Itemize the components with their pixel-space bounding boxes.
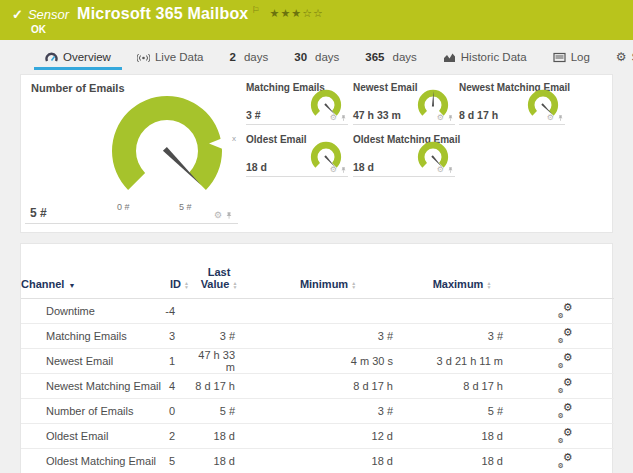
- channel-minimum: 18 d: [249, 449, 407, 473]
- tab-2-days[interactable]: 2 days: [217, 40, 282, 74]
- log-list-icon: [553, 52, 566, 63]
- priority-stars[interactable]: ★★★☆☆: [270, 7, 324, 20]
- table-header-row: Channel▼ ID▲▼ Last Value▲▼ Minimum▲▼ Max…: [21, 244, 614, 299]
- gauge-footer-icons: ⚙: [330, 114, 347, 122]
- pin-icon[interactable]: [225, 211, 233, 220]
- channel-settings-gear-icon[interactable]: ⚙⚙: [559, 379, 573, 392]
- status-check-icon: ✓: [12, 7, 23, 22]
- channel-name[interactable]: Matching Emails: [21, 324, 161, 349]
- gauge-card-oldest-email: Oldest Email 18 d ⚙: [246, 133, 348, 177]
- pin-icon[interactable]: [557, 114, 564, 122]
- column-header-label: Maximum: [433, 278, 484, 290]
- table-row[interactable]: Downtime -4 ⚙⚙: [21, 299, 614, 324]
- pin-icon[interactable]: [340, 114, 347, 122]
- table-row[interactable]: Oldest Matching Email 5 18 d 18 d 18 d ⚙…: [21, 449, 614, 473]
- broadcast-icon: [137, 52, 150, 63]
- tab-label-unit: days: [315, 51, 339, 63]
- sensor-title: Microsoft 365 Mailbox: [77, 5, 248, 23]
- gear-icon[interactable]: ⚙: [330, 114, 337, 122]
- channel-last-value: [189, 299, 249, 324]
- gauge-card-number-of-emails: Number of Emails x 0 # 5 # 5 # ⚙: [21, 75, 246, 232]
- channel-id: 3: [161, 324, 189, 349]
- channel-last-value: 3 #: [189, 324, 249, 349]
- channel-name[interactable]: Newest Email: [21, 349, 161, 374]
- active-tab-underline: [34, 67, 122, 70]
- overview-gauge-icon: [45, 52, 58, 63]
- channel-minimum: 4 m 30 s: [249, 349, 407, 374]
- channel-name[interactable]: Downtime: [21, 299, 161, 324]
- gauges-panel: Number of Emails x 0 # 5 # 5 # ⚙ Matchin…: [20, 74, 613, 233]
- gauge-footer-icons: ⚙: [437, 166, 454, 174]
- tab-live-data[interactable]: Live Data: [124, 40, 217, 74]
- channel-settings-gear-icon[interactable]: ⚙⚙: [559, 304, 573, 317]
- tab-log[interactable]: Log: [540, 40, 603, 74]
- gauge-scale-min: 0 #: [117, 202, 130, 212]
- object-kind-label: Sensor: [28, 7, 69, 22]
- column-header-actions: [517, 244, 614, 299]
- card-underline: [25, 223, 238, 224]
- tab-label: Log: [571, 51, 590, 63]
- column-header-label: Channel: [21, 278, 64, 290]
- gauge-current-value: 18 d: [246, 161, 267, 173]
- gear-icon[interactable]: ⚙: [437, 166, 444, 174]
- channel-minimum: 3 #: [249, 324, 407, 349]
- channel-id: -4: [161, 299, 189, 324]
- channel-settings-gear-icon[interactable]: ⚙⚙: [559, 329, 573, 342]
- channel-maximum: [407, 299, 517, 324]
- column-header-id[interactable]: ID▲▼: [161, 244, 189, 299]
- tab-label: Historic Data: [461, 51, 527, 63]
- tab-365-days[interactable]: 365 days: [352, 40, 429, 74]
- channel-name[interactable]: Number of Emails: [21, 399, 161, 424]
- gauge-footer-icons: ⚙: [214, 211, 233, 220]
- channel-last-value: 47 h 33 m: [189, 349, 249, 374]
- pin-icon[interactable]: [447, 166, 454, 174]
- channels-table-panel: Channel▼ ID▲▼ Last Value▲▼ Minimum▲▼ Max…: [20, 243, 613, 473]
- gauge-footer-icons: ⚙: [547, 114, 564, 122]
- channel-name[interactable]: Newest Matching Email: [21, 374, 161, 399]
- column-header-last-value[interactable]: Last Value▲▼: [189, 244, 249, 299]
- channel-id: 2: [161, 424, 189, 449]
- table-row[interactable]: Oldest Email 2 18 d 12 d 18 d ⚙⚙: [21, 424, 614, 449]
- gauge-current-value: 47 h 33 m: [353, 109, 401, 121]
- channel-settings-gear-icon[interactable]: ⚙⚙: [559, 354, 573, 367]
- channel-name[interactable]: Oldest Matching Email: [21, 449, 161, 473]
- channel-settings-gear-icon[interactable]: ⚙⚙: [559, 404, 573, 417]
- gauge-title: Oldest Email: [246, 134, 307, 145]
- gear-icon[interactable]: ⚙: [214, 211, 222, 220]
- channel-minimum: 3 #: [249, 399, 407, 424]
- channel-settings-gear-icon[interactable]: ⚙⚙: [559, 429, 573, 442]
- gear-icon[interactable]: ⚙: [547, 114, 554, 122]
- gauge-scale-max: 5 #: [179, 202, 192, 212]
- tab-historic-data[interactable]: Historic Data: [430, 40, 540, 74]
- table-row[interactable]: Matching Emails 3 3 # 3 # 3 # ⚙⚙: [21, 324, 614, 349]
- main-gauge: [107, 91, 227, 211]
- channel-id: 4: [161, 374, 189, 399]
- gear-icon[interactable]: ⚙: [437, 114, 444, 122]
- tab-settings[interactable]: ⚙ Settings: [603, 40, 633, 74]
- chart-icon: [443, 52, 456, 63]
- table-row[interactable]: Newest Matching Email 4 8 d 17 h 8 d 17 …: [21, 374, 614, 399]
- pin-icon[interactable]: [447, 114, 454, 122]
- flag-icon[interactable]: ⚐: [251, 5, 259, 15]
- channel-minimum: 8 d 17 h: [249, 374, 407, 399]
- column-header-channel[interactable]: Channel▼: [21, 244, 161, 299]
- gauge-footer-icons: ⚙: [437, 114, 454, 122]
- column-header-label: Value: [201, 278, 230, 290]
- table-row[interactable]: Number of Emails 0 5 # 3 # 5 # ⚙⚙: [21, 399, 614, 424]
- channel-minimum: [249, 299, 407, 324]
- channel-name[interactable]: Oldest Email: [21, 424, 161, 449]
- pin-icon[interactable]: [340, 166, 347, 174]
- gauge-card-matching-emails: Matching Emails 3 # ⚙: [246, 81, 348, 125]
- column-header-maximum[interactable]: Maximum▲▼: [407, 244, 517, 299]
- gear-icon[interactable]: ⚙: [330, 166, 337, 174]
- gauge-card-newest-matching-email: Newest Matching Email 8 d 17 h ⚙: [459, 81, 565, 125]
- tab-30-days[interactable]: 30 days: [281, 40, 352, 74]
- channel-settings-gear-icon[interactable]: ⚙⚙: [559, 454, 573, 467]
- channel-last-value: 18 d: [189, 424, 249, 449]
- table-row[interactable]: Newest Email 1 47 h 33 m 4 m 30 s 3 d 21…: [21, 349, 614, 374]
- tab-overview[interactable]: Overview: [32, 40, 124, 74]
- channel-last-value: 5 #: [189, 399, 249, 424]
- gauge-title: Newest Email: [353, 82, 417, 93]
- column-header-minimum[interactable]: Minimum▲▼: [249, 244, 407, 299]
- tab-label-number: 365: [365, 51, 384, 63]
